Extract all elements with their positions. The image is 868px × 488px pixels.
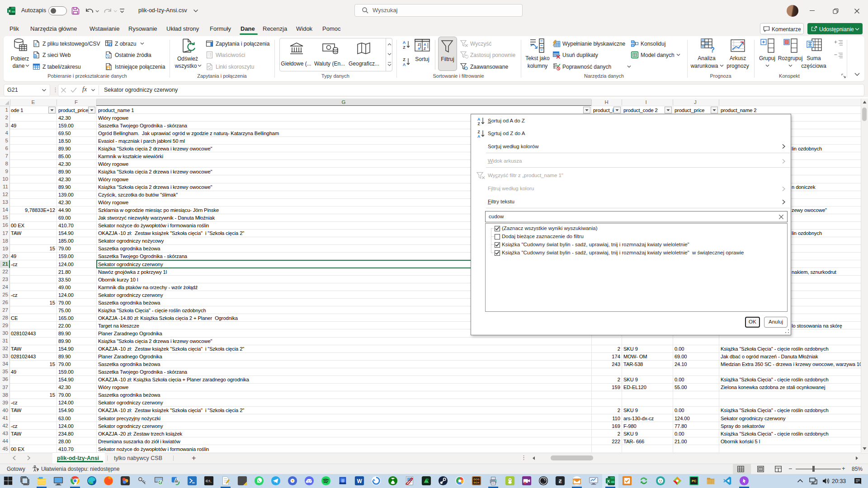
svg-text:Z: Z — [403, 57, 406, 62]
svg-text:BOX: BOX — [474, 481, 480, 484]
svg-text:PC: PC — [692, 479, 697, 483]
svg-text:A: A — [403, 40, 406, 45]
svg-text:A: A — [477, 117, 480, 122]
svg-text:Z: Z — [403, 45, 406, 50]
svg-text:DOS: DOS — [474, 478, 480, 481]
svg-text:Z: Z — [418, 42, 420, 47]
svg-text:Ƶ: Ƶ — [559, 479, 562, 484]
svg-text:W: W — [357, 478, 362, 484]
svg-text:X: X — [607, 479, 610, 483]
svg-text:?: ? — [37, 468, 39, 472]
svg-text:A: A — [477, 134, 480, 138]
svg-text:X: X — [8, 9, 11, 13]
svg-text:Z: Z — [424, 47, 426, 51]
svg-text:?: ? — [710, 46, 715, 53]
svg-text:Z: Z — [477, 130, 480, 134]
svg-text:C:\_: C:\_ — [206, 479, 212, 483]
svg-text:Z: Z — [477, 122, 480, 126]
svg-text:A: A — [418, 47, 420, 51]
svg-text:A: A — [403, 62, 406, 67]
svg-text:A: A — [424, 42, 426, 47]
